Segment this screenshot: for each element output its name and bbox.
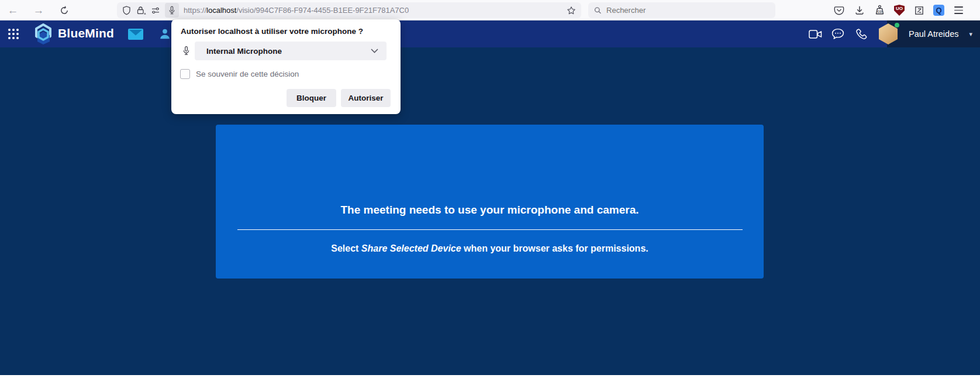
ublock-origin-button[interactable]: UO [894, 5, 905, 16]
mail-nav-button[interactable] [128, 20, 143, 47]
url-bar[interactable]: https://localhost/visio/994C7F86-F974-44… [117, 2, 581, 18]
remember-checkbox[interactable] [180, 69, 190, 79]
instruction-emphasis: Share Selected Device [361, 243, 461, 253]
chevron-down-icon [371, 49, 378, 53]
visio-page: The meeting needs to use your microphone… [0, 47, 980, 375]
ublock-label: UO [896, 5, 903, 12]
remember-label: Se souvenir de cette décision [196, 70, 299, 78]
search-bar[interactable] [588, 2, 775, 18]
carbon-extension-button[interactable]: CO [874, 4, 886, 16]
notes-extension-button[interactable] [913, 4, 925, 16]
mic-permission-button[interactable] [165, 3, 179, 18]
url-domain: localhost [206, 6, 236, 15]
phone-button[interactable] [855, 20, 867, 47]
person-icon [159, 28, 171, 40]
browser-toolbar: ← → https://localhost/visio/994C7F86-F97… [0, 0, 980, 20]
remember-decision-row: Se souvenir de cette décision [180, 69, 299, 79]
bluemind-header: BlueMind Paul Atreides ▾ [0, 20, 980, 47]
phone-icon [855, 28, 867, 40]
bluemind-logo-icon [33, 23, 54, 45]
device-select[interactable]: Internal Microphone [195, 42, 387, 60]
menu-button[interactable] [953, 4, 965, 16]
chat-button[interactable] [831, 20, 844, 47]
user-name: Paul Atreides [909, 29, 958, 39]
popup-title: Autoriser localhost à utiliser votre mic… [181, 27, 363, 36]
brand-title: BlueMind [58, 26, 114, 40]
url-text[interactable]: https://localhost/visio/994C7F86-F974-44… [184, 6, 409, 15]
chat-bubble-icon [831, 28, 844, 40]
allow-button[interactable]: Autoriser [341, 89, 391, 107]
reload-button[interactable] [57, 4, 71, 18]
microphone-icon [182, 46, 190, 56]
bookmark-star-icon[interactable] [567, 6, 576, 15]
contacts-nav-button[interactable] [159, 20, 171, 47]
lock-warning-icon[interactable] [136, 6, 146, 15]
microphone-permission-popup: Autoriser localhost à utiliser votre mic… [171, 19, 401, 114]
microphone-icon [168, 6, 175, 15]
pocket-icon [834, 5, 844, 16]
bluemind-logo[interactable] [33, 23, 54, 45]
url-scheme: https:// [184, 6, 206, 15]
presence-dot [895, 23, 899, 28]
panel-divider [237, 229, 743, 230]
video-call-button[interactable] [809, 20, 822, 47]
qwant-label: Q [936, 6, 941, 15]
back-button[interactable]: ← [6, 4, 20, 18]
download-icon [854, 5, 865, 16]
pocket-button[interactable] [833, 4, 845, 16]
downloads-button[interactable] [853, 4, 865, 16]
search-input[interactable] [606, 6, 769, 15]
device-select-value: Internal Microphone [206, 47, 282, 56]
qwant-extension-button[interactable]: Q [933, 5, 944, 16]
reload-icon [60, 6, 69, 15]
url-path: /visio/994C7F86-F974-4455-B1EE-9F21F781A… [236, 6, 409, 15]
weight-scale-icon: CO [874, 5, 885, 16]
svg-text:CO: CO [877, 10, 882, 13]
search-icon [594, 6, 602, 15]
chevron-down-icon: ▾ [969, 30, 972, 38]
note-square-icon [914, 5, 924, 16]
panel-instruction: Select Share Selected Device when your b… [331, 243, 648, 254]
mail-icon [128, 29, 143, 40]
meeting-permission-panel: The meeting needs to use your microphone… [216, 125, 764, 279]
user-menu[interactable]: Paul Atreides ▾ [887, 20, 980, 47]
panel-heading: The meeting needs to use your microphone… [341, 204, 639, 217]
block-button[interactable]: Bloquer [287, 89, 336, 107]
shield-icon[interactable] [122, 6, 131, 15]
forward-button[interactable]: → [32, 4, 46, 18]
bottom-strip [0, 375, 980, 378]
permissions-sliders-icon[interactable] [151, 6, 160, 15]
apps-grid-icon[interactable] [8, 29, 19, 39]
video-camera-icon [809, 29, 822, 39]
